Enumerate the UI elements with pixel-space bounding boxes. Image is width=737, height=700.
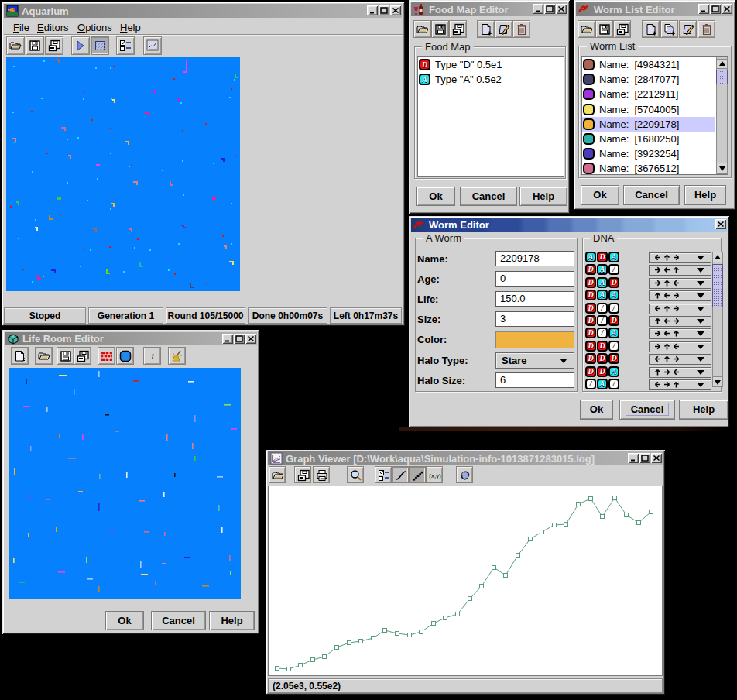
svg-text:(x,y): (x,y) bbox=[429, 472, 441, 479]
svg-text:1: 1 bbox=[150, 352, 155, 361]
